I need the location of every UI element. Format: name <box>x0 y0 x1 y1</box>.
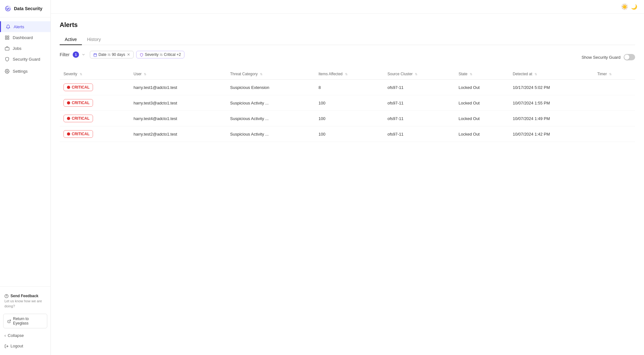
svg-rect-2 <box>7 36 9 37</box>
cell-timer-3 <box>594 126 635 142</box>
severity-dot-0 <box>67 86 70 89</box>
dark-theme-button[interactable]: 🌙 <box>631 3 638 10</box>
severity-badge-3: CRITICAL <box>63 130 93 138</box>
sidebar-item-security-guard[interactable]: Security Guard <box>0 54 50 64</box>
cell-items-2: 100 <box>315 111 383 126</box>
toggle-thumb <box>624 55 629 60</box>
tab-bar: Active History <box>60 34 635 45</box>
page-content: Alerts Active History Filter 1 <box>51 14 644 355</box>
cell-items-3: 100 <box>315 126 383 142</box>
cell-user-0: harry.test1@adcto1.test <box>130 80 226 95</box>
filter-severity-key: Severity <box>145 52 158 57</box>
severity-dot-2 <box>67 117 70 120</box>
calendar-chip-icon <box>93 52 97 57</box>
cell-cluster-1: ofs97-11 <box>384 95 455 111</box>
sidebar-item-jobs[interactable]: Jobs <box>0 43 50 54</box>
sidebar-nav: Alerts Dashboard Jobs <box>0 17 50 286</box>
severity-badge-1: CRITICAL <box>63 99 93 107</box>
col-state[interactable]: State ⇅ <box>455 69 509 80</box>
cell-detected-3: 10/07/2024 1:42 PM <box>509 126 594 142</box>
logout-icon <box>4 344 9 348</box>
cell-threat-2: Suspicious Activity ... <box>226 111 315 126</box>
topbar: ☀️ 🌙 <box>51 0 644 14</box>
sort-icon-detected: ⇅ <box>534 72 537 76</box>
cell-detected-0: 10/17/2024 5:02 PM <box>509 80 594 95</box>
svg-rect-5 <box>5 47 9 50</box>
cell-threat-3: Suspicious Activity ... <box>226 126 315 142</box>
feedback-subtitle: Let us know how we are doing? <box>4 299 46 309</box>
bell-icon <box>5 24 10 29</box>
cell-timer-2 <box>594 111 635 126</box>
cell-cluster-0: ofs97-11 <box>384 80 455 95</box>
sidebar-item-settings[interactable]: Settings <box>0 66 50 77</box>
table-row[interactable]: CRITICALharry.test1@adcto1.testSuspiciou… <box>60 80 635 95</box>
shield-icon <box>4 57 10 62</box>
cell-threat-1: Suspicious Activity ... <box>226 95 315 111</box>
table-row[interactable]: CRITICALharry.test3@adcto1.testSuspiciou… <box>60 95 635 111</box>
collapse-button[interactable]: ‹ Collapse <box>0 330 50 341</box>
light-theme-button[interactable]: ☀️ <box>621 3 628 10</box>
sidebar-item-settings-label: Settings <box>13 69 28 74</box>
cell-state-1: Locked Out <box>455 95 509 111</box>
grid-icon <box>4 35 10 40</box>
filter-count-group[interactable]: 1 <box>73 51 87 58</box>
gear-icon <box>4 69 10 74</box>
severity-dot-3 <box>67 132 70 136</box>
cell-severity-2: CRITICAL <box>60 111 130 126</box>
tab-active[interactable]: Active <box>60 34 82 45</box>
sidebar-item-alerts[interactable]: Alerts <box>0 21 50 32</box>
sort-icon-cluster: ⇅ <box>415 72 417 76</box>
return-to-eyeglass-button[interactable]: Return to Eyeglass <box>3 314 47 328</box>
external-link-icon <box>7 319 11 323</box>
svg-rect-3 <box>7 38 9 39</box>
cell-user-2: harry.test4@adcto1.test <box>130 111 226 126</box>
cell-state-0: Locked Out <box>455 80 509 95</box>
filter-chip-date[interactable]: Date is 90 days ✕ <box>90 51 134 58</box>
cell-timer-1 <box>594 95 635 111</box>
col-source-cluster[interactable]: Source Cluster ⇅ <box>384 69 455 80</box>
filter-dropdown-button[interactable] <box>80 51 87 58</box>
col-timer[interactable]: Timer ⇅ <box>594 69 635 80</box>
feedback-title[interactable]: Send Feedback <box>4 294 46 298</box>
filter-chips: Date is 90 days ✕ Severity is <box>90 51 184 58</box>
cell-detected-1: 10/07/2024 1:55 PM <box>509 95 594 111</box>
svg-point-6 <box>6 70 8 72</box>
sort-icon-threat: ⇅ <box>260 72 262 76</box>
severity-badge-0: CRITICAL <box>63 84 93 91</box>
col-detected-at[interactable]: Detected at ⇅ <box>509 69 594 80</box>
page-title: Alerts <box>60 21 635 29</box>
col-severity[interactable]: Severity ⇅ <box>60 69 130 80</box>
filter-date-value: 90 days <box>112 52 125 57</box>
sidebar: Data Security Alerts Dashboard <box>0 0 51 355</box>
col-items-affected[interactable]: Items Affected ⇅ <box>315 69 383 80</box>
col-user[interactable]: User ⇅ <box>130 69 226 80</box>
logout-label: Logout <box>10 344 23 348</box>
main-content: ☀️ 🌙 Alerts Active History Filter 1 <box>51 0 644 355</box>
return-to-eyeglass-label: Return to Eyeglass <box>13 317 43 325</box>
cell-severity-1: CRITICAL <box>60 95 130 111</box>
app-logo-icon <box>4 5 11 12</box>
filter-severity-op: is <box>160 52 163 57</box>
briefcase-icon <box>4 46 10 51</box>
table-header: Severity ⇅ User ⇅ Threat Category ⇅ It <box>60 69 635 80</box>
logout-button[interactable]: Logout <box>0 341 50 351</box>
filter-date-remove[interactable]: ✕ <box>127 52 130 57</box>
cell-severity-0: CRITICAL <box>60 80 130 95</box>
filter-count-badge: 1 <box>73 51 79 58</box>
sidebar-item-dashboard[interactable]: Dashboard <box>0 32 50 43</box>
sort-icon-severity: ⇅ <box>80 72 82 76</box>
col-threat-category[interactable]: Threat Category ⇅ <box>226 69 315 80</box>
filter-chip-severity[interactable]: Severity is Critical +2 <box>136 51 184 58</box>
table-row[interactable]: CRITICALharry.test4@adcto1.testSuspiciou… <box>60 111 635 126</box>
security-guard-toggle[interactable] <box>624 54 635 60</box>
table-row[interactable]: CRITICALharry.test2@adcto1.testSuspiciou… <box>60 126 635 142</box>
app-title: Data Security <box>14 6 42 11</box>
cell-severity-3: CRITICAL <box>60 126 130 142</box>
feedback-section: Send Feedback Let us know how we are doi… <box>0 291 50 312</box>
cell-state-2: Locked Out <box>455 111 509 126</box>
svg-rect-11 <box>94 54 97 57</box>
svg-rect-1 <box>5 36 6 37</box>
filter-severity-value: Critical +2 <box>164 52 181 57</box>
tab-history[interactable]: History <box>82 34 106 45</box>
sidebar-bottom: Send Feedback Let us know how we are doi… <box>0 286 50 355</box>
